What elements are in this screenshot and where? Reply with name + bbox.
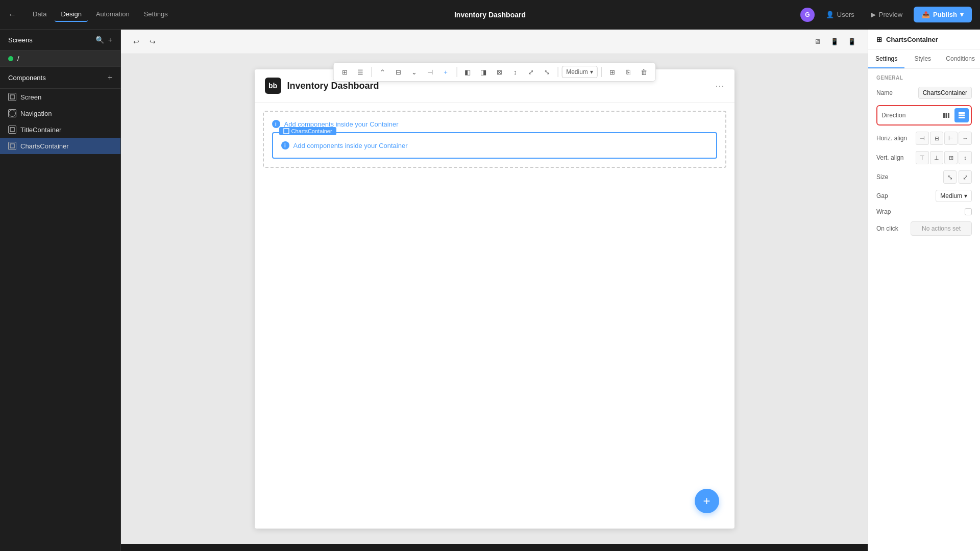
pin-center-btn[interactable]: ◨ <box>476 65 491 79</box>
size-expand-btn[interactable]: ⤢ <box>959 170 972 184</box>
name-value[interactable]: ChartsContainer <box>918 87 972 99</box>
canvas-wrapper: ⊞ ☰ ⌃ ⊟ ⌄ ⊣ + ◧ ◨ ⊠ ↕ ⤢ ⤡ Medium ▾ <box>121 54 868 551</box>
vert-mid-btn[interactable]: ⊥ <box>930 151 943 164</box>
component-item-screen[interactable]: Screen <box>0 89 120 105</box>
publish-label: Publish <box>933 11 957 18</box>
vert-stretch-btn[interactable]: ↕ <box>959 151 972 164</box>
search-icon[interactable]: 🔍 <box>95 36 104 44</box>
add-hint-inner[interactable]: i Add components inside your Container <box>281 141 708 149</box>
delete-btn[interactable]: 🗑 <box>637 65 651 79</box>
align-top-btn[interactable]: ⌃ <box>375 65 389 79</box>
grid-btn[interactable]: ⊞ <box>605 65 620 79</box>
screen-item-root[interactable]: / <box>0 51 120 66</box>
screens-title: Screens <box>8 36 33 44</box>
nav-tabs: Data Design Automation Settings <box>27 7 174 22</box>
svg-rect-5 <box>946 113 947 118</box>
add-btn[interactable]: + <box>438 65 453 79</box>
chevron-down-icon: ▾ <box>964 192 967 199</box>
vert-align-row: Vert. align ⊤ ⊥ ⊞ ↕ <box>876 151 972 164</box>
navigation-component-icon <box>8 109 16 117</box>
panel-header: ⊞ ChartsContainer <box>868 30 980 50</box>
center-area: ↩ ↪ 🖥 📱 📱 ⊞ ☰ ⌃ ⊟ ⌄ ⊣ + ◧ <box>121 30 868 551</box>
pin-left-btn[interactable]: ◧ <box>460 65 475 79</box>
redo-button[interactable]: ↪ <box>145 35 160 49</box>
direction-cols-btn[interactable] <box>939 108 953 122</box>
frame-menu-icon[interactable]: ⋯ <box>715 80 724 91</box>
svg-rect-2 <box>10 144 14 148</box>
tab-styles[interactable]: Styles <box>904 50 941 68</box>
component-item-navigation[interactable]: Navigation <box>0 105 120 121</box>
tab-design[interactable]: Design <box>55 7 87 22</box>
publish-button[interactable]: 📤 Publish ▾ <box>914 7 972 22</box>
layout-list-btn[interactable]: ☰ <box>353 65 368 79</box>
align-right-btn[interactable]: ⊢ <box>944 132 958 145</box>
align-bot-btn[interactable]: ⌄ <box>407 65 421 79</box>
canvas-top-bar: ↩ ↪ 🖥 📱 📱 <box>121 30 868 54</box>
gap-dropdown[interactable]: Medium ▾ <box>936 190 972 202</box>
wrap-label: Wrap <box>876 208 891 215</box>
undo-button[interactable]: ↩ <box>129 35 143 49</box>
component-item-titlecontainer[interactable]: TitleContainer <box>0 121 120 138</box>
gap-value: Medium <box>940 192 962 199</box>
tablet-view-button[interactable]: 📱 <box>827 34 842 49</box>
align-center-btn[interactable]: ⊟ <box>930 132 943 145</box>
separator-4 <box>601 67 602 77</box>
shrink-btn[interactable]: ⤡ <box>540 65 554 79</box>
add-component-button[interactable]: + <box>108 73 112 82</box>
back-button[interactable]: ← <box>8 10 16 19</box>
frame-title: Inventory Dashboard <box>287 81 379 91</box>
tab-settings[interactable]: Settings <box>138 7 174 22</box>
no-actions-button[interactable]: No actions set <box>911 221 972 236</box>
name-label: Name <box>876 89 893 96</box>
container-badge: ChartsContainer <box>279 127 336 135</box>
tab-conditions[interactable]: Conditions <box>941 50 980 68</box>
screen-component-icon <box>8 93 16 101</box>
expand-btn[interactable]: ⤢ <box>524 65 538 79</box>
user-avatar[interactable]: G <box>800 8 815 22</box>
align-left-btn[interactable]: ⊣ <box>916 132 929 145</box>
tab-automation[interactable]: Automation <box>90 7 136 22</box>
tab-data[interactable]: Data <box>27 7 53 22</box>
vert-top-btn[interactable]: ⊤ <box>916 151 929 164</box>
users-label: Users <box>837 11 854 18</box>
screen-label: / <box>17 55 19 62</box>
align-stretch-btn[interactable]: ↔ <box>959 132 972 145</box>
wrap-checkbox[interactable] <box>965 208 972 215</box>
vert-bot-btn[interactable]: ⊞ <box>944 151 958 164</box>
pin-right-btn[interactable]: ⊠ <box>492 65 506 79</box>
component-item-chartscontainer[interactable]: ChartsContainer <box>0 138 120 154</box>
svg-rect-6 <box>948 113 949 118</box>
copy-btn[interactable]: ⎘ <box>621 65 635 79</box>
align-left-btn[interactable]: ⊣ <box>423 65 437 79</box>
horiz-align-row: Horiz. align ⊣ ⊟ ⊢ ↔ <box>876 132 972 145</box>
users-button[interactable]: 👤 Users <box>821 8 860 21</box>
distribute-btn[interactable]: ↕ <box>508 65 522 79</box>
section-general-label: GENERAL <box>876 75 972 81</box>
direction-buttons <box>939 108 969 122</box>
separator-1 <box>371 67 372 77</box>
outer-container[interactable]: i Add components inside your Container C… <box>263 111 726 168</box>
align-mid-btn[interactable]: ⊟ <box>391 65 405 79</box>
size-dropdown[interactable]: Medium ▾ <box>561 66 598 78</box>
layout-cols-btn[interactable]: ⊞ <box>337 65 352 79</box>
size-shrink-btn[interactable]: ⤡ <box>943 170 957 184</box>
add-screen-icon[interactable]: + <box>108 36 112 44</box>
preview-button[interactable]: ▶ Preview <box>866 8 908 21</box>
svg-rect-1 <box>10 128 14 132</box>
publish-icon: 📤 <box>922 11 930 18</box>
svg-rect-9 <box>959 117 965 118</box>
add-hint-outer[interactable]: i Add components inside your Container <box>272 120 717 128</box>
size-buttons: ⤡ ⤢ <box>943 170 972 184</box>
desktop-view-button[interactable]: 🖥 <box>810 34 825 49</box>
info-icon: i <box>272 120 280 128</box>
gap-row: Gap Medium ▾ <box>876 190 972 202</box>
undo-redo-group: ↩ ↪ <box>129 35 160 49</box>
inner-container[interactable]: ChartsContainer i Add components inside … <box>272 132 717 159</box>
component-label: Screen <box>20 93 41 101</box>
mobile-view-button[interactable]: 📱 <box>844 34 860 49</box>
direction-rows-btn[interactable] <box>954 108 969 122</box>
play-icon: ▶ <box>871 11 876 18</box>
panel-title: ChartsContainer <box>886 36 938 43</box>
fab-button[interactable]: + <box>695 489 719 513</box>
tab-settings[interactable]: Settings <box>868 50 904 68</box>
